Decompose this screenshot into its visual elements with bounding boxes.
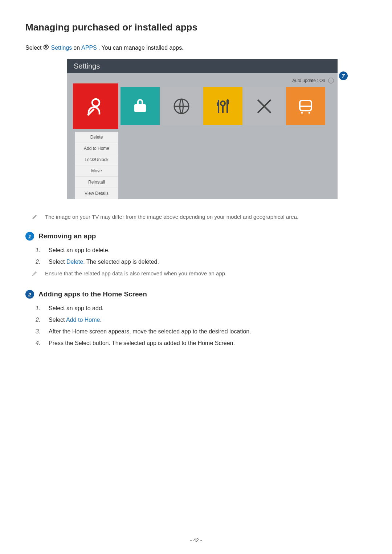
step-num: 1.	[36, 247, 42, 254]
auto-update-label: Auto update : On	[292, 78, 325, 83]
step: 1. Select an app to add.	[36, 305, 367, 312]
section-2-head: 2 Adding apps to the Home Screen	[25, 290, 367, 299]
step-num: 3.	[36, 328, 42, 335]
step-text: Select an app to delete.	[49, 247, 110, 254]
section-2-steps: 1. Select an app to add. 2. Select Add t…	[36, 305, 367, 346]
step: 3. After the Home screen appears, move t…	[36, 328, 367, 335]
menu-move[interactable]: Move	[75, 165, 118, 177]
add-to-home-link[interactable]: Add to Home	[66, 317, 100, 323]
step-text: Select an app to add.	[49, 305, 103, 312]
step: 1. Select an app to delete.	[36, 247, 367, 254]
intro-suffix: . You can manage installed apps.	[98, 45, 184, 51]
svg-rect-2	[134, 104, 146, 112]
page-number: - 42 -	[0, 537, 392, 543]
menu-delete[interactable]: Delete	[75, 132, 118, 143]
settings-screenshot: Settings Auto update : On 7	[67, 59, 338, 199]
step-num: 2.	[36, 317, 42, 323]
step-text: After the Home screen appears, move the …	[49, 328, 251, 335]
context-menu: Delete Add to Home Lock/Unlock Move Rein…	[75, 132, 118, 199]
step-text: Press the Select button. The selected ap…	[49, 340, 235, 346]
pencil-icon	[32, 214, 38, 221]
page-title: Managing purchased or installed apps	[25, 22, 367, 33]
step: 4. Press the Select button. The selected…	[36, 340, 367, 346]
menu-add-home[interactable]: Add to Home	[75, 143, 118, 154]
toggle-icon[interactable]	[328, 78, 334, 83]
menu-lock[interactable]: Lock/Unlock	[75, 154, 118, 165]
section-1-badge: 1	[25, 232, 34, 241]
step-num: 2.	[36, 259, 42, 265]
callout-7: 7	[339, 71, 348, 80]
section-2-badge: 2	[25, 290, 34, 299]
app-tile-2[interactable]	[121, 87, 160, 125]
svg-point-0	[45, 46, 47, 48]
section-1-title: Removing an app	[38, 232, 96, 240]
step: 2. Select Delete. The selected app is de…	[36, 259, 367, 265]
screenshot-header: Settings	[67, 59, 338, 73]
pencil-icon	[32, 270, 38, 278]
apps-link[interactable]: APPS	[81, 45, 97, 51]
section-1-head: 1 Removing an app	[25, 232, 367, 241]
section-1-steps: 1. Select an app to delete. 2. Select De…	[36, 247, 367, 265]
note-1-text: The image on your TV may differ from the…	[45, 214, 298, 220]
note-sub: Ensure that the related app data is also…	[32, 270, 367, 278]
apps-row	[67, 87, 338, 132]
delete-link[interactable]: Delete	[66, 259, 83, 265]
step-text: Select Delete. The selected app is delet…	[49, 259, 159, 265]
step-num: 4.	[36, 340, 42, 346]
svg-point-1	[92, 99, 99, 106]
step-text: Select Add to Home.	[49, 317, 102, 323]
menu-reinstall[interactable]: Reinstall	[75, 177, 118, 188]
app-tile-5[interactable]	[245, 87, 284, 125]
step: 2. Select Add to Home.	[36, 317, 367, 323]
section-2-title: Adding apps to the Home Screen	[38, 290, 147, 298]
app-tile-1[interactable]	[73, 83, 118, 129]
intro-prefix: Select	[25, 45, 41, 51]
app-tile-3[interactable]	[162, 87, 201, 125]
menu-view-details[interactable]: View Details	[75, 188, 118, 199]
settings-link[interactable]: Settings	[51, 45, 72, 51]
svg-point-4	[221, 101, 225, 106]
intro-line: Select Settings on APPS. You can manage …	[25, 44, 367, 52]
app-tile-4[interactable]	[203, 87, 242, 125]
step-num: 1.	[36, 305, 42, 312]
app-tile-6[interactable]	[286, 87, 325, 125]
intro-on: on	[73, 45, 80, 51]
note-sub-text: Ensure that the related app data is also…	[45, 270, 226, 276]
note-1: The image on your TV may differ from the…	[32, 214, 367, 221]
gear-icon	[43, 44, 49, 52]
